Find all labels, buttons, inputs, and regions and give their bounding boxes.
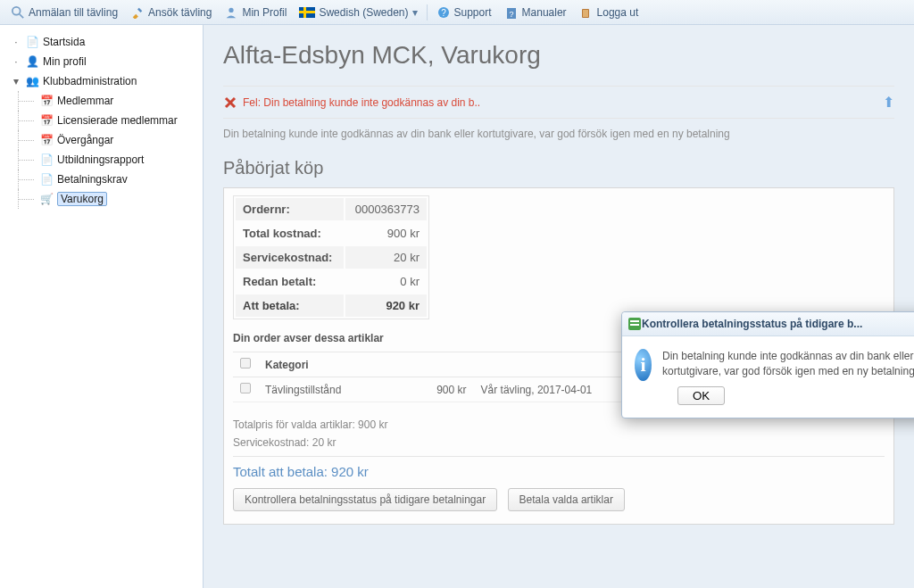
calendar-icon: 📅 [39,94,54,108]
check-status-button[interactable]: Kontrollera betalningsstatus på tidigare… [233,488,497,511]
paid-value: 0 kr [345,270,427,293]
sidebar-members[interactable]: 📅 Medlemmar [0,91,203,111]
svg-rect-12 [630,320,639,322]
service-value: 20 kr [345,246,427,269]
sidebar-cart[interactable]: 🛒 Varukorg [0,189,203,209]
home-icon: 📄 [25,35,39,49]
dialog-ok-button[interactable]: OK [677,386,725,405]
collapse-up-icon[interactable]: ⬆ [883,94,894,111]
toolbar-manuals-label: Manualer [522,6,567,19]
toolbar-separator [427,4,428,21]
paid-label: Redan betalt: [236,270,344,293]
page-title: Alfta-Edsbyn MCK, Varukorg [223,41,894,70]
user-icon: 👤 [25,54,39,69]
toolbar-profile-label: Min Profil [242,6,287,19]
tree-dash-icon: · [11,55,21,68]
calendar-icon: 📅 [39,133,54,147]
error-message: Din betalning kunde inte godkännas av di… [223,128,894,140]
totals-block: Totalpris för valda artiklar: 900 kr Ser… [233,418,885,479]
user-icon [224,5,238,20]
top-toolbar: Anmälan till tävling Ansök tävling Min P… [0,0,914,25]
sidebar-members-label: Medlemmar [57,95,113,107]
total-selected: Totalpris för valda artiklar: 900 kr [233,418,885,431]
topay-value: 920 kr [345,294,427,317]
help-icon: ? [436,5,451,20]
svg-rect-8 [583,10,588,17]
tools-icon [130,5,145,20]
toolbar-manuals[interactable]: ? Manualer [499,4,572,21]
sidebar-home-label: Startsida [43,36,85,48]
sidebar-transfers-label: Övergångar [57,134,113,146]
sidebar-clubadmin-label: Klubbadministration [43,75,137,87]
topay-label: Att betala: [236,294,344,317]
payment-status-dialog: Kontrollera betalningsstatus på tidigare… [621,311,914,418]
logout-icon [579,5,594,20]
content-area: Alfta-Edsbyn MCK, Varukorg Fel: Din beta… [204,25,914,588]
sidebar-myprofile-label: Min profil [43,55,87,68]
sidebar: · 📄 Startsida · 👤 Min profil ▾ 👥 Klubbad… [0,25,204,588]
search-icon [11,5,25,20]
total-label: Total kostnad: [236,222,344,244]
sidebar-transfers[interactable]: 📅 Övergångar [0,130,203,150]
flag-se-icon [299,7,315,18]
tree-minus-icon[interactable]: ▾ [11,75,21,87]
svg-point-2 [229,7,234,12]
sidebar-edureport-label: Utbildningsrapport [57,153,144,166]
col-category: Kategori [258,352,394,377]
svg-text:?: ? [441,8,446,18]
report-icon: 📄 [39,153,54,167]
error-banner: Fel: Din betalning kunde inte godkännas … [223,86,894,119]
dialog-app-icon [627,317,642,331]
total-value: 900 kr [345,222,427,244]
toolbar-logout-label: Logga ut [597,6,639,19]
total-service: Servicekostnad: 20 kr [233,436,885,449]
ordernr-label: Ordernr: [236,198,344,220]
cart-icon: 🛒 [39,192,54,206]
manual-icon: ? [504,5,519,20]
toolbar-apply-label: Anmälan till tävling [29,6,118,19]
group-icon: 👥 [25,74,39,88]
svg-point-0 [12,6,21,14]
sidebar-payreq[interactable]: 📄 Betalningskrav [0,170,203,189]
ordernr-value: 0000363773 [345,198,427,220]
chevron-down-icon: ▾ [412,6,418,19]
toolbar-request-label: Ansök tävling [148,6,212,19]
sidebar-home[interactable]: · 📄 Startsida [0,32,203,52]
dialog-titlebar[interactable]: Kontrollera betalningsstatus på tidigare… [622,312,914,336]
dialog-title: Kontrollera betalningsstatus på tidigare… [642,318,914,330]
toolbar-profile[interactable]: Min Profil [219,4,292,21]
toolbar-support[interactable]: ? Support [431,4,497,21]
toolbar-request[interactable]: Ansök tävling [125,4,217,21]
sidebar-clubadmin[interactable]: ▾ 👥 Klubbadministration [0,71,203,91]
error-icon [223,95,237,110]
sidebar-cart-label: Varukorg [57,192,107,206]
sidebar-payreq-label: Betalningskrav [57,173,128,186]
toolbar-support-label: Support [454,6,492,19]
sidebar-licensed-label: Licensierade medlemmar [57,114,178,127]
payment-icon: 📄 [39,172,54,186]
calendar-icon: 📅 [39,113,54,128]
pay-button[interactable]: Betala valda artiklar [508,488,625,511]
toolbar-apply[interactable]: Anmälan till tävling [5,4,123,21]
select-all-checkbox[interactable] [240,358,251,369]
toolbar-language[interactable]: Swedish (Sweden) ▾ [294,4,422,21]
sidebar-edureport[interactable]: 📄 Utbildningsrapport [0,150,203,170]
dialog-message: Din betalning kunde inte godkännas av di… [662,349,914,381]
row-category: Tävlingstillstånd [258,377,394,402]
svg-text:?: ? [509,10,513,19]
row-price: 900 kr [394,377,474,402]
toolbar-language-label: Swedish (Sweden) [319,6,408,19]
section-heading: Påbörjat köp [223,158,894,178]
error-title: Fel: Din betalning kunde inte godkännas … [243,96,480,109]
info-icon: i [635,349,652,381]
sidebar-licensed[interactable]: 📅 Licensierade medlemmar [0,111,203,130]
row-checkbox[interactable] [240,383,251,393]
sidebar-myprofile[interactable]: · 👤 Min profil [0,52,203,71]
svg-rect-13 [630,324,639,326]
service-label: Servicekostnad: [236,246,344,269]
svg-line-1 [20,13,23,17]
toolbar-logout[interactable]: Logga ut [574,4,644,21]
tree-dash-icon: · [11,36,21,48]
total-grand: Totalt att betala: 920 kr [233,456,885,479]
order-summary-table: Ordernr:0000363773 Total kostnad:900 kr … [233,195,429,319]
